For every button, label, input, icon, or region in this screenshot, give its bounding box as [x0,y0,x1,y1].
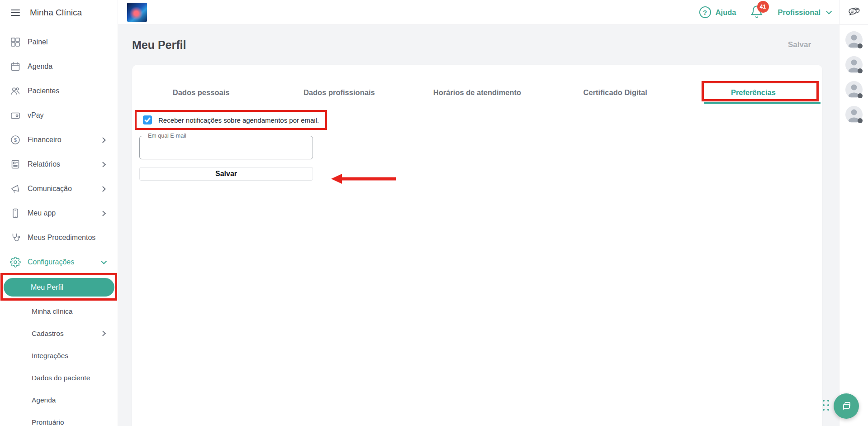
status-dot [858,93,863,98]
sidebar: Minha Clínica Painel Agenda [0,0,118,426]
tab-bar: Dados pessoais Dados profissionais Horár… [132,65,822,104]
email-input[interactable] [140,136,313,159]
sidebar-item-label: vPay [28,111,44,120]
chevron-right-icon [100,162,106,168]
status-dot [858,43,863,48]
drag-handle[interactable] [823,400,829,411]
sidebar-item-label: Configurações [28,258,74,266]
sidebar-item-painel[interactable]: Painel [0,30,118,54]
megaphone-icon [10,183,21,194]
tab-dados-pessoais[interactable]: Dados pessoais [132,81,270,104]
chat-icon [840,400,853,412]
sidebar-item-label: Pacientes [28,87,59,95]
sidebar-subitem-label: Prontuário [32,418,64,426]
tab-label: Dados profissionais [304,88,375,97]
sidebar-item-relatorios[interactable]: Relatórios [0,152,118,177]
tab-preferencias[interactable]: Preferências [684,81,822,104]
patients-icon [10,86,21,96]
gear-icon [10,257,21,268]
sidebar-subitem-cadastros[interactable]: Cadastros [0,322,118,345]
report-icon [10,159,21,170]
sidebar-item-financeiro[interactable]: $ Financeiro [0,128,118,152]
conversations-icon[interactable] [846,5,862,19]
profile-card: Dados pessoais Dados profissionais Horár… [132,65,822,426]
clinic-logo [127,3,147,22]
preferences-panel: Receber notificações sobre agendamentos … [132,104,822,181]
svg-text:$: $ [14,137,17,143]
sidebar-subitem-label: Agenda [32,396,56,404]
help-icon: ? [699,6,711,18]
tab-label: Horários de atendimento [433,88,521,97]
status-dot [858,118,863,123]
sidebar-item-meu-app[interactable]: Meu app [0,201,118,225]
avatar[interactable] [845,81,863,98]
sidebar-subnav: Minha clínica Cadastros Integrações Dado… [0,300,118,426]
chevron-down-icon [101,258,107,264]
sidebar-subitem-meu-perfil[interactable]: Meu Perfil [4,278,114,297]
sidebar-header: Minha Clínica [0,0,118,25]
annotation-box-checkbox: Receber notificações sobre agendamentos … [135,110,327,130]
sidebar-subitem-label: Meu Perfil [31,283,63,292]
save-button[interactable]: Salvar [139,167,313,181]
menu-icon[interactable] [11,10,20,16]
chat-fab-button[interactable] [834,393,859,419]
sidebar-item-label: Painel [28,38,47,46]
sidebar-subitem-agenda[interactable]: Agenda [0,389,118,411]
help-glyph: ? [703,9,707,16]
check-icon [144,117,151,123]
sidebar-subitem-dados-do-paciente[interactable]: Dados do paciente [0,367,118,389]
sidebar-subitem-minha-clinica[interactable]: Minha clínica [0,300,118,322]
sidebar-subitem-label: Minha clínica [32,307,72,316]
sidebar-item-comunicacao[interactable]: Comunicação [0,177,118,201]
avatar[interactable] [845,56,863,73]
tab-certificado-digital[interactable]: Certificado Digital [546,81,684,104]
sidebar-item-pacientes[interactable]: Pacientes [0,79,118,103]
tab-label: Dados pessoais [173,88,230,97]
help-label: Ajuda [716,8,736,17]
profile-menu[interactable]: Profissional [778,8,830,17]
sidebar-item-label: Relatórios [28,160,60,168]
rail-header [840,0,868,25]
profile-label: Profissional [778,8,821,17]
sidebar-item-label: Meu app [28,209,56,217]
save-button-top[interactable]: Salvar [788,40,811,49]
sidebar-item-label: Agenda [28,62,52,71]
email-notifications-checkbox[interactable] [143,115,152,124]
main-content: Meu Perfil Salvar Dados pessoais Dados p… [118,25,839,426]
tab-dados-profissionais[interactable]: Dados profissionais [270,81,408,104]
sidebar-subitem-prontuario[interactable]: Prontuário [0,411,118,426]
avatar[interactable] [845,106,863,123]
checkbox-label: Receber notificações sobre agendamentos … [158,116,319,124]
chevron-right-icon [100,211,106,216]
sidebar-item-configuracoes[interactable]: Configurações [0,250,118,274]
notifications-button[interactable]: 41 [750,5,764,19]
sidebar-item-meus-procedimentos[interactable]: Meus Procedimentos [0,225,118,250]
wallet-icon [10,110,21,121]
smartphone-icon [10,208,21,219]
sidebar-item-label: Financeiro [28,136,62,144]
sidebar-subitem-integracoes[interactable]: Integrações [0,345,118,367]
sidebar-nav: Painel Agenda Pacientes vPay [0,30,118,274]
tab-label: Certificado Digital [583,88,647,97]
sidebar-item-vpay[interactable]: vPay [0,103,118,128]
email-field[interactable]: Em qual E-mail [139,136,313,159]
calendar-icon [10,61,21,72]
page-title: Meu Perfil [132,38,186,52]
sidebar-subitem-label: Cadastros [32,330,64,338]
main-header: Meu Perfil Salvar [118,25,839,65]
stethoscope-icon [10,232,21,243]
tab-horarios-de-atendimento[interactable]: Horários de atendimento [408,81,546,104]
notification-badge: 41 [757,1,769,13]
avatar[interactable] [845,31,863,48]
topbar: ? Ajuda 41 Profissional [118,0,839,25]
chevron-right-icon [100,186,106,192]
status-dot [858,68,863,73]
sidebar-item-agenda[interactable]: Agenda [0,54,118,79]
topbar-actions: ? Ajuda 41 Profissional [699,5,830,19]
right-rail [839,0,868,426]
help-button[interactable]: ? Ajuda [699,6,736,18]
app-title: Minha Clínica [30,8,82,18]
sidebar-subnav-selected-row: Meu Perfil [4,278,114,297]
avatar-list [840,25,868,123]
chevron-down-icon [826,9,832,14]
